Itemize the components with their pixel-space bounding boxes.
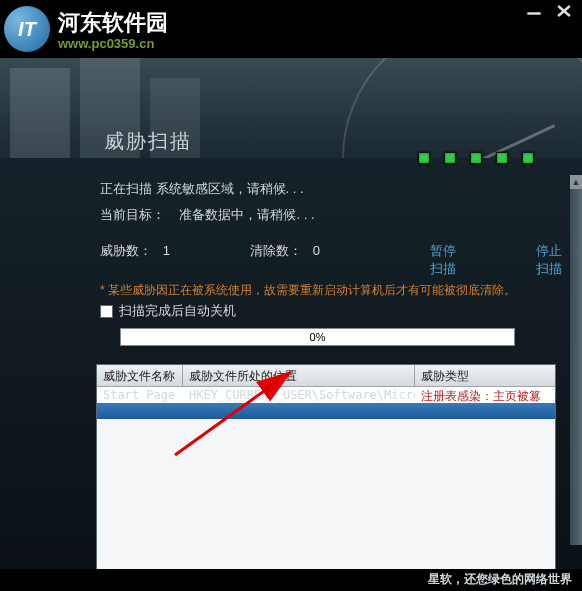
cell-path <box>183 403 415 419</box>
table-body: Start Page HKEY_CURRENT_USER\Software\Mi… <box>97 387 555 569</box>
warning-text: * 某些威胁因正在被系统使用，故需要重新启动计算机后才有可能被彻底清除。 <box>100 282 572 298</box>
th-name[interactable]: 威胁文件名称 <box>97 365 183 386</box>
footer: 星软，还您绿色的网络世界 <box>0 569 582 591</box>
cell-name: Start Page <box>97 387 183 403</box>
brand-url: www.pc0359.cn <box>58 36 168 51</box>
indicator-led <box>496 152 508 164</box>
hero-banner: 威胁扫描 <box>0 58 582 158</box>
clean-count-value: 0 <box>313 243 320 258</box>
shutdown-checkbox[interactable] <box>100 305 113 318</box>
stop-scan-link[interactable]: 停止扫描 <box>536 242 572 278</box>
clean-count: 清除数： 0 <box>250 242 360 278</box>
clock-graphic <box>342 58 582 158</box>
cell-name <box>97 403 183 419</box>
brand-text: 河东软件园 www.pc0359.cn <box>58 8 168 51</box>
app-window: IT 河东软件园 www.pc0359.cn 威胁扫描 <box>0 0 582 591</box>
table-row[interactable]: Start Page HKEY_CURRENT_USER\Software\Mi… <box>97 387 555 403</box>
scan-panel: 正在扫描 系统敏感区域，请稍候. . . 当前目标： 准备数据中，请稍候. . … <box>0 180 572 570</box>
scan-target: 当前目标： 准备数据中，请稍候. . . <box>100 206 572 224</box>
target-label: 当前目标： <box>100 207 165 222</box>
footer-text: 星软，还您绿色的网络世界 <box>428 571 572 588</box>
cell-type: 注册表感染：主页被篡 <box>415 387 555 403</box>
clean-count-label: 清除数： <box>250 243 302 258</box>
progress-bar: 0% <box>120 328 515 346</box>
cell-type <box>415 403 555 419</box>
threat-count: 威胁数： 1 <box>100 242 210 278</box>
shutdown-checkbox-row: 扫描完成后自动关机 <box>100 302 572 320</box>
table-row-selected[interactable] <box>97 403 555 419</box>
svg-rect-3 <box>10 68 70 158</box>
indicator-led <box>444 152 456 164</box>
pause-scan-link[interactable]: 暂停扫描 <box>430 242 466 278</box>
logo-icon: IT <box>4 6 50 52</box>
close-button[interactable] <box>552 2 576 20</box>
indicator-led <box>470 152 482 164</box>
th-path[interactable]: 威胁文件所处的位置 <box>183 365 415 386</box>
title-bar: IT 河东软件园 www.pc0359.cn <box>0 0 582 58</box>
scan-status: 正在扫描 系统敏感区域，请稍候. . . <box>100 180 572 198</box>
threat-count-label: 威胁数： <box>100 243 152 258</box>
brand: IT 河东软件园 www.pc0359.cn <box>0 6 168 52</box>
scan-stats: 威胁数： 1 清除数： 0 暂停扫描 停止扫描 <box>100 242 572 278</box>
shutdown-checkbox-label: 扫描完成后自动关机 <box>119 302 236 320</box>
th-type[interactable]: 威胁类型 <box>415 365 555 386</box>
table-header: 威胁文件名称 威胁文件所处的位置 威胁类型 <box>97 365 555 387</box>
status-indicators <box>418 152 534 164</box>
threat-count-value: 1 <box>163 243 170 258</box>
logo-text: IT <box>18 18 36 41</box>
page-title: 威胁扫描 <box>104 128 192 155</box>
indicator-led <box>418 152 430 164</box>
threat-table: 威胁文件名称 威胁文件所处的位置 威胁类型 Start Page HKEY_CU… <box>96 364 556 570</box>
window-controls <box>522 2 576 20</box>
brand-title: 河东软件园 <box>58 8 168 38</box>
target-value: 准备数据中，请稍候. . . <box>179 207 314 222</box>
progress-value: 0% <box>310 331 326 343</box>
cell-path: HKEY_CURRENT_USER\Software\Microsoft\In <box>183 387 415 403</box>
indicator-led <box>522 152 534 164</box>
minimize-button[interactable] <box>522 2 546 20</box>
